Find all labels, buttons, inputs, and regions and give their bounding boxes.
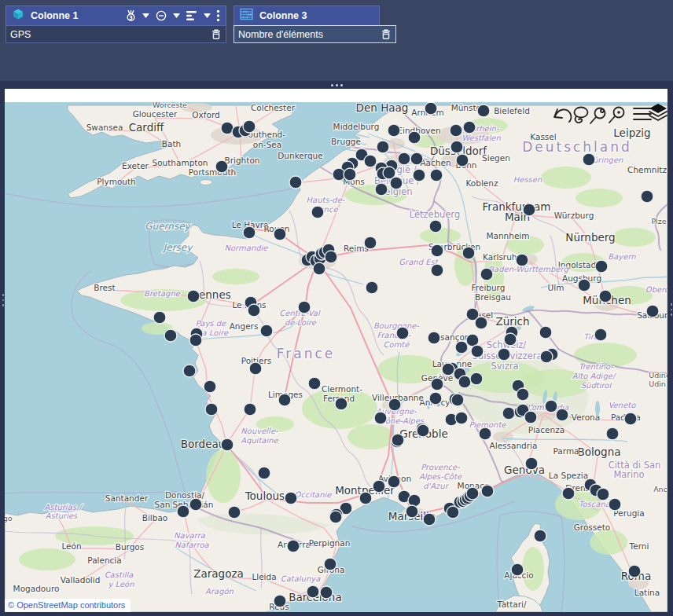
- data-point-marker[interactable]: [260, 324, 273, 337]
- data-point-marker[interactable]: [540, 350, 553, 363]
- data-point-marker[interactable]: [534, 530, 546, 542]
- data-point-marker[interactable]: [244, 403, 256, 416]
- column1-field-input[interactable]: [10, 29, 208, 40]
- data-point-marker[interactable]: [274, 228, 286, 240]
- data-point-marker[interactable]: [177, 505, 189, 518]
- data-point-marker[interactable]: [335, 398, 348, 410]
- data-point-marker[interactable]: [504, 333, 517, 346]
- data-point-marker[interactable]: [243, 120, 256, 133]
- data-point-marker[interactable]: [375, 183, 388, 196]
- data-point-marker[interactable]: [458, 376, 471, 388]
- data-point-marker[interactable]: [388, 124, 400, 137]
- data-point-marker[interactable]: [398, 152, 410, 165]
- data-point-marker[interactable]: [511, 563, 524, 576]
- data-point-marker[interactable]: [466, 487, 479, 500]
- data-point-marker[interactable]: [595, 260, 608, 273]
- data-point-marker[interactable]: [597, 488, 609, 500]
- data-point-marker[interactable]: [164, 329, 177, 342]
- data-point-marker[interactable]: [221, 438, 234, 451]
- data-point-marker[interactable]: [413, 169, 425, 182]
- data-point-marker[interactable]: [455, 412, 468, 424]
- data-point-marker[interactable]: [243, 226, 256, 239]
- data-point-marker[interactable]: [463, 121, 476, 134]
- data-point-marker[interactable]: [599, 290, 612, 302]
- trash-icon[interactable]: [381, 28, 392, 40]
- data-point-marker[interactable]: [609, 498, 621, 511]
- data-point-marker[interactable]: [451, 141, 463, 153]
- data-point-marker[interactable]: [359, 492, 372, 504]
- data-point-marker[interactable]: [364, 236, 377, 249]
- data-point-marker[interactable]: [311, 206, 324, 218]
- data-point-marker[interactable]: [545, 400, 557, 412]
- data-point-marker[interactable]: [539, 326, 552, 339]
- data-point-marker[interactable]: [562, 487, 575, 500]
- data-point-marker[interactable]: [408, 131, 421, 144]
- data-point-marker[interactable]: [471, 345, 484, 358]
- data-point-marker[interactable]: [455, 341, 468, 354]
- data-point-marker[interactable]: [556, 409, 568, 421]
- data-point-marker[interactable]: [374, 412, 387, 424]
- data-point-marker[interactable]: [274, 595, 286, 607]
- data-point-marker[interactable]: [215, 160, 228, 173]
- data-point-marker[interactable]: [320, 586, 333, 599]
- data-point-marker[interactable]: [578, 279, 590, 292]
- data-point-marker[interactable]: [517, 388, 529, 401]
- data-point-marker[interactable]: [646, 305, 659, 317]
- data-point-marker[interactable]: [425, 102, 437, 115]
- data-point-marker[interactable]: [329, 511, 342, 523]
- data-point-marker[interactable]: [289, 176, 302, 189]
- circle-minus-icon[interactable]: [155, 9, 167, 22]
- data-point-marker[interactable]: [477, 104, 490, 117]
- data-point-marker[interactable]: [325, 251, 337, 263]
- data-point-marker[interactable]: [498, 348, 510, 361]
- data-point-marker[interactable]: [278, 394, 291, 406]
- data-point-marker[interactable]: [392, 434, 404, 446]
- sort-bars-icon[interactable]: [186, 10, 198, 21]
- data-point-marker[interactable]: [258, 467, 270, 479]
- data-point-marker[interactable]: [479, 427, 491, 440]
- data-point-marker[interactable]: [189, 498, 202, 511]
- data-point-marker[interactable]: [324, 558, 336, 570]
- data-point-marker[interactable]: [502, 407, 515, 420]
- data-point-marker[interactable]: [450, 124, 462, 137]
- data-point-marker[interactable]: [406, 505, 418, 518]
- data-point-marker[interactable]: [583, 153, 595, 166]
- data-point-marker[interactable]: [430, 169, 443, 182]
- data-point-marker[interactable]: [308, 377, 321, 390]
- data-point-marker[interactable]: [481, 485, 494, 497]
- data-point-marker[interactable]: [313, 262, 325, 275]
- data-point-marker[interactable]: [470, 372, 483, 385]
- data-point-marker[interactable]: [287, 540, 300, 552]
- data-point-marker[interactable]: [431, 378, 443, 390]
- column3-field-input[interactable]: [238, 29, 377, 40]
- data-point-marker[interactable]: [249, 362, 262, 375]
- data-point-marker[interactable]: [431, 244, 443, 257]
- panel-resize-handle[interactable]: [0, 81, 673, 89]
- osm-attribution-link[interactable]: OpenStreetMap contributors: [17, 600, 125, 610]
- data-point-marker[interactable]: [204, 380, 216, 393]
- data-point-marker[interactable]: [594, 328, 607, 341]
- data-point-marker[interactable]: [475, 317, 487, 329]
- data-point-marker[interactable]: [285, 492, 297, 504]
- data-point-marker[interactable]: [628, 565, 641, 578]
- data-point-marker[interactable]: [606, 427, 619, 440]
- kebab-menu-icon[interactable]: [216, 9, 220, 22]
- data-point-marker[interactable]: [364, 155, 377, 167]
- caret-down-icon[interactable]: [173, 13, 180, 18]
- data-point-marker[interactable]: [641, 190, 653, 203]
- data-point-marker[interactable]: [431, 264, 443, 277]
- data-point-marker[interactable]: [189, 334, 202, 346]
- data-point-marker[interactable]: [205, 403, 218, 416]
- data-point-marker[interactable]: [480, 268, 493, 280]
- data-point-marker[interactable]: [429, 392, 442, 405]
- data-point-marker[interactable]: [388, 475, 400, 488]
- data-point-marker[interactable]: [408, 494, 421, 507]
- data-point-marker[interactable]: [344, 168, 356, 181]
- map-view[interactable]: CardiffDen HaagDüsseldorfLeipzigNürnberg…: [5, 89, 667, 612]
- caret-down-icon[interactable]: [142, 13, 149, 18]
- data-point-marker[interactable]: [248, 304, 260, 317]
- data-point-marker[interactable]: [429, 220, 442, 233]
- data-point-marker[interactable]: [373, 480, 385, 493]
- data-point-marker[interactable]: [183, 365, 196, 377]
- data-point-marker[interactable]: [417, 424, 429, 437]
